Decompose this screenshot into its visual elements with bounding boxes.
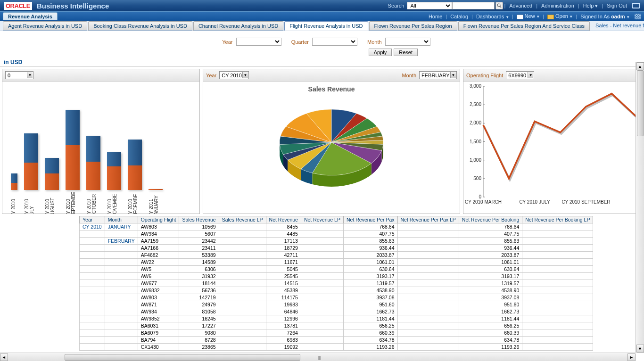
year-prompt-label: Year [222, 39, 232, 45]
global-header: ORACLE Business Intelligence Search All … [0, 0, 644, 11]
table-row[interactable]: AW8712497919983951.60951.60 [80, 301, 593, 308]
scroll-up-button[interactable]: ▲ [636, 62, 644, 70]
table-row[interactable]: AF468253389427112033.872033.87 [80, 252, 593, 259]
pie-year-select[interactable]: CY 2010▼ [219, 71, 249, 79]
svg-text:0: 0 [479, 194, 481, 199]
svg-point-0 [497, 4, 500, 7]
dashboard-tab-strip: Agent Revenue Analysis in USDBooking Cla… [0, 21, 644, 31]
data-table[interactable]: YearMonthOperating FlightSales RevenueSa… [79, 216, 593, 351]
tab-5[interactable]: Flown Revenue Per Sales Region And Servi… [458, 21, 590, 31]
stacked-bar-chart[interactable] [2, 82, 199, 190]
reset-button[interactable]: Reset [394, 49, 418, 56]
table-row[interactable]: AW8031427191141753937.083937.08 [80, 294, 593, 301]
table-row[interactable]: BA60311722713781656.25656.25 [80, 322, 593, 329]
data-table-region: YearMonthOperating FlightSales RevenueSa… [79, 216, 644, 351]
pie-month-label: Month [402, 73, 416, 78]
advanced-link[interactable]: Advanced [509, 3, 532, 8]
bar-chart-panel: 0▼ CY 2010CY 2010 JULYCY 2010 AUGUSTCY 2… [2, 69, 200, 214]
table-row[interactable]: AW93456074485407.75407.75 [80, 230, 593, 238]
scroll-right-button[interactable]: ► [627, 354, 636, 361]
line-chart[interactable]: 05001,0001,5002,0002,5003,000CY 2010 MAR… [463, 82, 640, 209]
sign-out-link[interactable]: Sign Out [607, 3, 627, 8]
table-row[interactable]: AW683256736453894538.904538.90 [80, 287, 593, 294]
svg-text:CY 2010 SEPTEMBER: CY 2010 SEPTEMBER [561, 199, 610, 205]
tab-2[interactable]: Channel Revenue Analysis in USD [193, 21, 283, 31]
svg-text:500: 500 [473, 176, 481, 181]
signed-in-as: Signed In As oadm ▾ [580, 14, 629, 19]
pie-chart-panel: Year CY 2010▼ Month FEBRUARY▼ Sales Reve… [203, 69, 460, 214]
line-flight-label: Operating Flight [466, 73, 503, 78]
table-row[interactable]: CX143023865190921193.261193.26 [80, 344, 593, 351]
pie-month-select[interactable]: FEBRUARY▼ [419, 71, 457, 79]
power-icon[interactable] [632, 3, 640, 8]
magnifier-icon [497, 3, 502, 8]
prompt-bar: Year Quarter Month [0, 31, 644, 49]
scroll-down-button[interactable]: ▼ [636, 345, 644, 353]
scroll-left-button[interactable]: ◄ [0, 354, 8, 361]
open-menu[interactable]: Open ▾ [547, 13, 572, 19]
year-prompt[interactable] [236, 38, 281, 46]
tab-0[interactable]: Agent Revenue Analysis in USD [3, 21, 87, 31]
search-go-button[interactable] [495, 2, 503, 9]
administration-link[interactable]: Administration [541, 3, 574, 8]
table-row[interactable]: FEBRUARYAA71592344217113855.63855.63 [80, 238, 593, 245]
page-header: Revenue Analysis Home | Catalog | Dashbo… [0, 11, 644, 21]
svg-text:3,000: 3,000 [470, 83, 481, 89]
dashboard-title: Revenue Analysis [3, 12, 58, 20]
pie-year-label: Year [206, 73, 216, 78]
help-menu[interactable]: Help ▾ [583, 3, 598, 9]
catalog-link[interactable]: Catalog [450, 14, 468, 19]
svg-text:2,000: 2,000 [470, 120, 481, 125]
bar-panel-select[interactable]: 0▼ [5, 71, 33, 79]
tab-1[interactable]: Booking Class Revenue Analysis in USD [88, 21, 192, 31]
new-menu[interactable]: New ▾ [517, 13, 540, 19]
app-title: Business Intelligence [37, 2, 109, 10]
dashboard-content: Year Quarter Month Apply Reset in USD 0▼… [0, 31, 644, 361]
month-prompt[interactable] [385, 38, 430, 46]
search-input[interactable] [452, 2, 495, 9]
options-icon[interactable] [635, 14, 641, 19]
v-scroll-thumb[interactable] [637, 70, 644, 136]
tab-6[interactable]: Sales - Net revenue flown [591, 21, 644, 31]
section-title: in USD [0, 58, 644, 67]
pie-chart[interactable] [203, 93, 460, 201]
svg-line-1 [500, 6, 502, 8]
vertical-scrollbar[interactable]: ▲ ▼ [636, 62, 644, 353]
svg-text:CY 2010 JULY: CY 2010 JULY [519, 199, 550, 205]
oracle-logo: ORACLE [4, 2, 32, 10]
table-row[interactable]: AA71662341118729936.44936.44 [80, 245, 593, 252]
table-row[interactable]: AW985216245129961181.441181.44 [80, 315, 593, 322]
folder-icon [547, 15, 554, 19]
tab-3[interactable]: Flight Revenue Analysis in USD [284, 21, 368, 31]
apply-button[interactable]: Apply [369, 49, 392, 56]
line-flight-select[interactable]: 6X9990▼ [506, 71, 534, 79]
table-row[interactable]: BA607990807264660.39660.39 [80, 329, 593, 337]
table-row[interactable]: AW67718144145151319.571319.57 [80, 280, 593, 287]
new-icon [517, 15, 523, 19]
pie-chart-title: Sales Revenue [203, 82, 460, 93]
table-row[interactable]: AW631932255453193.173193.17 [80, 273, 593, 280]
svg-text:1,500: 1,500 [470, 139, 481, 144]
svg-text:1,000: 1,000 [470, 157, 481, 163]
svg-text:2,500: 2,500 [470, 102, 481, 107]
horizontal-scrollbar[interactable]: ◄ ||| ► [0, 353, 636, 361]
h-scroll-thumb[interactable] [65, 354, 300, 361]
chart-panels: 0▼ CY 2010CY 2010 JULYCY 2010 AUGUSTCY 2… [0, 69, 644, 214]
quarter-prompt-label: Quarter [291, 39, 309, 45]
svg-text:CY 2010 MARCH: CY 2010 MARCH [465, 199, 502, 205]
table-row[interactable]: AW93481058648461662.731662.73 [80, 308, 593, 315]
table-row[interactable]: AW2214589116711061.011061.01 [80, 259, 593, 266]
home-link[interactable]: Home [429, 14, 442, 19]
search-scope-select[interactable]: All [407, 2, 452, 9]
search-label: Search [388, 3, 405, 8]
line-chart-panel: Operating Flight 6X9990▼ 05001,0001,5002… [463, 69, 642, 214]
dashboards-menu[interactable]: Dashboards ▾ [476, 14, 509, 19]
table-row[interactable]: CY 2010JANUARYAW803105698455768.64768.64 [80, 223, 593, 230]
table-row[interactable]: BA79487286983634.78634.78 [80, 337, 593, 344]
quarter-prompt[interactable] [312, 38, 357, 46]
tab-4[interactable]: Flown Revenue Per Sales Region [369, 21, 457, 31]
table-row[interactable]: AW563065045630.64630.64 [80, 266, 593, 273]
month-prompt-label: Month [367, 39, 382, 45]
